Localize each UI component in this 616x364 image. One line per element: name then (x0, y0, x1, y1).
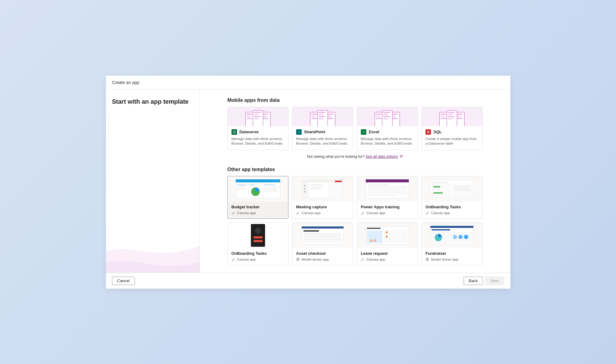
next-button[interactable]: Next (485, 277, 504, 285)
canvas-app-icon (232, 211, 235, 215)
template-card-power-apps-training[interactable]: Power Apps training Canvas app (357, 176, 418, 219)
side-heading: Start with an app template (112, 98, 193, 105)
dialog-body: Start with an app template Mobile apps f… (106, 90, 510, 273)
data-card-name: SQL (433, 130, 442, 134)
svg-point-26 (304, 188, 306, 190)
svg-rect-76 (432, 229, 450, 230)
decorative-wave (106, 214, 200, 273)
canvas-app-icon (296, 211, 300, 215)
data-card-excel[interactable]: X Excel Manage data with three screens: … (357, 107, 418, 150)
template-type: Canvas app (366, 258, 385, 261)
svg-rect-74 (430, 226, 473, 228)
template-card-fundraiser[interactable]: Fundraiser Model-driven app (421, 222, 482, 265)
svg-rect-35 (368, 186, 407, 187)
svg-rect-20 (264, 190, 278, 191)
svg-rect-28 (310, 184, 323, 186)
template-card-meeting-capture[interactable]: Meeting capture Canvas app (292, 176, 353, 219)
template-type: Model-driven app (431, 258, 458, 261)
svg-rect-62 (304, 241, 342, 242)
svg-point-67 (370, 239, 372, 242)
template-card-budget-tracker[interactable]: Budget tracker Canvas app (227, 176, 288, 219)
template-grid-row1: Budget tracker Canvas app (227, 176, 483, 219)
svg-rect-18 (264, 187, 278, 188)
svg-rect-49 (454, 188, 470, 189)
template-title: Power Apps training (361, 205, 414, 209)
template-thumb (292, 176, 353, 202)
template-type: Canvas app (302, 211, 320, 215)
svg-rect-50 (454, 190, 470, 191)
data-card-name: SharePoint (304, 130, 325, 134)
svg-rect-13 (237, 187, 244, 188)
model-driven-app-icon (425, 258, 429, 261)
data-card-name: Excel (369, 130, 379, 134)
dialog-title: Create an app (112, 80, 139, 85)
template-title: Leave request (361, 251, 414, 256)
template-thumb (292, 223, 353, 248)
svg-rect-69 (385, 231, 407, 234)
svg-rect-42 (432, 182, 448, 183)
svg-point-70 (386, 231, 388, 233)
svg-point-27 (304, 191, 306, 193)
svg-point-72 (386, 236, 388, 238)
svg-rect-58 (304, 233, 342, 234)
data-card-thumb (292, 107, 353, 126)
svg-rect-40 (368, 195, 395, 196)
back-button[interactable]: Back (464, 277, 483, 285)
svg-rect-61 (304, 239, 342, 240)
svg-rect-36 (368, 188, 407, 189)
svg-rect-15 (249, 184, 256, 186)
data-card-dataverse[interactable]: Dataverse Manage data with three screens… (227, 107, 288, 150)
svg-rect-17 (264, 184, 275, 186)
svg-rect-23 (335, 181, 342, 182)
template-thumb (422, 176, 482, 202)
sql-icon (425, 129, 431, 135)
data-card-desc: Manage data with three screens: Browse, … (232, 137, 284, 146)
svg-rect-34 (368, 184, 389, 185)
svg-text:X: X (363, 131, 364, 133)
svg-rect-71 (385, 235, 407, 238)
dialog-titlebar: Create an app (106, 76, 510, 90)
data-card-thumb (422, 107, 482, 126)
data-card-sql[interactable]: SQL Create a simple mobile app from a Da… (421, 107, 482, 150)
data-card-thumb (357, 107, 417, 126)
svg-rect-24 (302, 182, 309, 198)
template-grid-row2: OnBoarding Tasks Canvas app (227, 222, 483, 265)
svg-rect-54 (253, 240, 263, 242)
svg-point-81 (458, 235, 463, 239)
svg-text:S: S (298, 131, 299, 133)
svg-rect-19 (264, 189, 276, 190)
template-card-onboarding-tasks[interactable]: OnBoarding Tasks Canvas app (421, 176, 482, 219)
main-panel: Mobile apps from data Datave (200, 90, 510, 273)
template-thumb (422, 223, 482, 248)
svg-point-25 (304, 185, 306, 186)
see-all-data-link[interactable]: See all data options (365, 154, 398, 159)
svg-rect-51 (251, 224, 265, 247)
svg-point-82 (464, 235, 468, 239)
model-driven-app-icon (296, 258, 300, 261)
template-title: OnBoarding Tasks (232, 251, 284, 256)
data-card-thumb (228, 107, 288, 126)
template-thumb (228, 176, 288, 202)
template-thumb (357, 223, 417, 248)
template-title: Budget tracker (232, 205, 284, 209)
svg-rect-14 (237, 189, 246, 190)
svg-point-52 (255, 228, 261, 234)
external-link-icon (400, 154, 403, 159)
svg-rect-37 (368, 190, 407, 191)
template-card-onboarding-tasks-mobile[interactable]: OnBoarding Tasks Canvas app (227, 222, 288, 265)
cancel-button[interactable]: Cancel (112, 277, 135, 285)
svg-rect-46 (433, 192, 443, 194)
data-source-grid: Dataverse Manage data with three screens… (227, 107, 483, 150)
template-card-leave-request[interactable]: Leave request Canvas app (357, 222, 418, 265)
data-card-name: Dataverse (240, 130, 259, 134)
svg-rect-57 (304, 230, 319, 232)
template-card-asset-checkout[interactable]: Asset checkout Model-driven app (292, 222, 353, 265)
dialog-footer: Cancel Back Next (106, 273, 510, 289)
svg-point-80 (453, 235, 457, 239)
template-title: Meeting capture (296, 205, 349, 209)
template-type: Canvas app (431, 211, 450, 215)
data-card-sharepoint[interactable]: S SharePoint Manage data with three scre… (292, 107, 353, 150)
template-thumb (357, 176, 417, 202)
canvas-app-icon (361, 211, 364, 215)
data-card-desc: Manage data with three screens: Browse, … (296, 137, 349, 146)
